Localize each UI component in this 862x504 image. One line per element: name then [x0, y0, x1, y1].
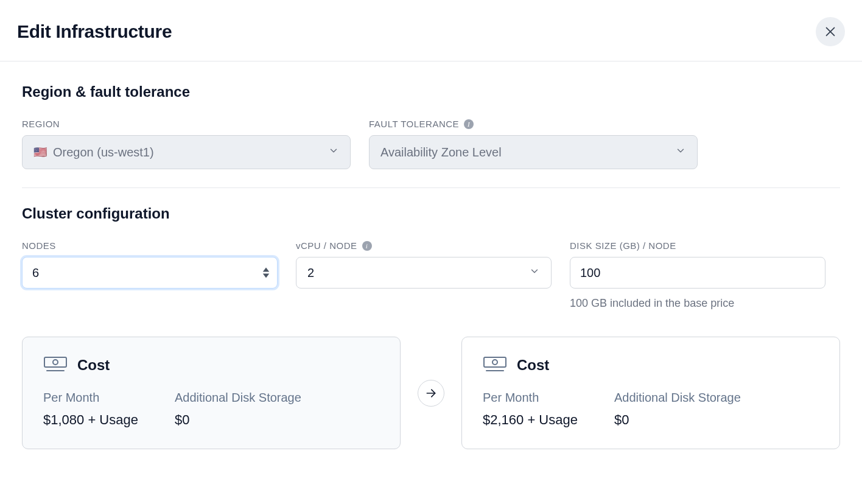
vcpu-select-value: 2: [307, 266, 314, 280]
caret-down-icon: [262, 273, 270, 279]
vcpu-label-text: vCPU / NODE: [296, 240, 357, 251]
fault-tolerance-label-text: FAULT TOLERANCE: [369, 119, 459, 129]
region-label: REGION: [22, 119, 351, 129]
cost-card-before: Cost Per Month $1,080 + Usage Additional…: [22, 337, 401, 449]
modal-header: Edit Infrastructure: [0, 0, 862, 61]
chevron-down-icon: [675, 145, 686, 159]
vcpu-field: vCPU / NODE i 2: [296, 240, 552, 310]
region-row: REGION 🇺🇸 Oregon (us-west1) FAULT TOLERA…: [22, 119, 840, 169]
cost-card-after: Cost Per Month $2,160 + Usage Additional…: [461, 337, 840, 449]
disk-helper-text: 100 GB included in the base price: [570, 297, 825, 310]
cost-after-storage-label: Additional Disk Storage: [614, 391, 741, 405]
arrow-transition: [418, 380, 444, 407]
section-divider: [22, 187, 840, 188]
disk-field: DISK SIZE (GB) / NODE 100 GB included in…: [570, 240, 825, 310]
nodes-stepper[interactable]: [262, 267, 270, 279]
svg-marker-2: [263, 268, 270, 272]
svg-point-5: [53, 360, 58, 365]
cost-before-permonth-value: $1,080 + Usage: [43, 412, 138, 428]
vcpu-label: vCPU / NODE i: [296, 240, 552, 251]
svg-rect-4: [44, 357, 66, 367]
fault-tolerance-value: Availability Zone Level: [380, 145, 502, 159]
cost-before-storage-value: $0: [175, 412, 301, 428]
svg-marker-3: [263, 274, 270, 278]
region-field: REGION 🇺🇸 Oregon (us-west1): [22, 119, 351, 169]
chevron-down-icon: [529, 266, 540, 280]
cluster-row: NODES vCPU / NODE i 2 DISK SIZE (GB) / N…: [22, 240, 840, 310]
cost-before-permonth-label: Per Month: [43, 391, 138, 405]
svg-rect-8: [484, 357, 506, 367]
disk-size-input[interactable]: [570, 257, 825, 289]
cost-comparison-row: Cost Per Month $1,080 + Usage Additional…: [22, 337, 840, 449]
vcpu-select[interactable]: 2: [296, 257, 552, 289]
region-select[interactable]: 🇺🇸 Oregon (us-west1): [22, 135, 351, 169]
fault-tolerance-select[interactable]: Availability Zone Level: [369, 135, 698, 169]
fault-tolerance-label: FAULT TOLERANCE i: [369, 119, 698, 129]
info-icon[interactable]: i: [464, 119, 474, 129]
caret-up-icon: [262, 267, 270, 273]
cash-icon: [43, 355, 68, 375]
nodes-field: NODES: [22, 240, 278, 310]
cost-before-storage-label: Additional Disk Storage: [175, 391, 301, 405]
info-icon[interactable]: i: [362, 241, 372, 251]
chevron-down-icon: [328, 145, 339, 159]
cost-before-title: Cost: [77, 357, 110, 374]
cluster-section-title: Cluster configuration: [22, 205, 840, 222]
modal-title: Edit Infrastructure: [17, 21, 172, 42]
close-button[interactable]: [816, 17, 845, 46]
nodes-label: NODES: [22, 240, 278, 251]
modal-content: Region & fault tolerance REGION 🇺🇸 Orego…: [0, 61, 862, 449]
cash-icon: [483, 355, 507, 375]
region-select-value: Oregon (us-west1): [53, 145, 154, 159]
svg-point-9: [492, 360, 497, 365]
disk-label: DISK SIZE (GB) / NODE: [570, 240, 825, 251]
region-flag-icon: 🇺🇸: [33, 145, 47, 159]
region-section-title: Region & fault tolerance: [22, 83, 840, 100]
cost-after-title: Cost: [517, 357, 549, 374]
cost-after-storage-value: $0: [614, 412, 741, 428]
nodes-input[interactable]: [22, 257, 278, 289]
arrow-right-icon: [425, 387, 437, 399]
cost-after-permonth-value: $2,160 + Usage: [483, 412, 578, 428]
close-icon: [824, 25, 837, 38]
fault-tolerance-field: FAULT TOLERANCE i Availability Zone Leve…: [369, 119, 698, 169]
cost-after-permonth-label: Per Month: [483, 391, 578, 405]
